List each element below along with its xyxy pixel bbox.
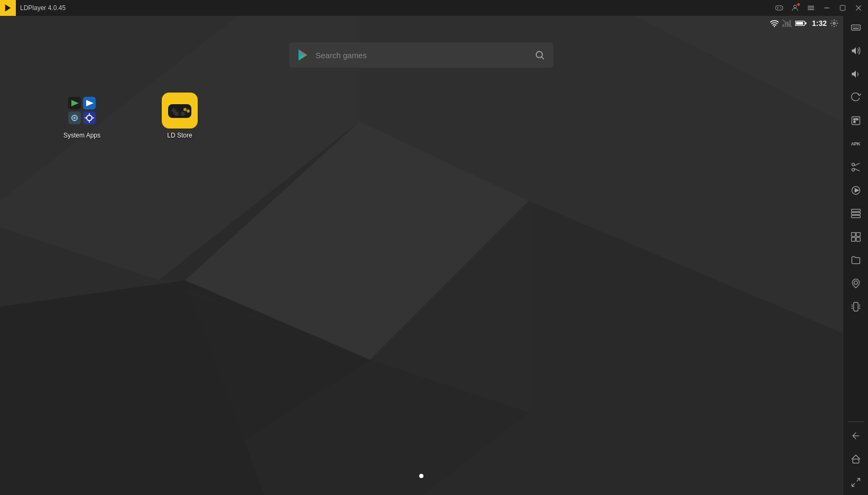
svg-marker-66 [852,47,856,54]
expand-icon[interactable] [845,472,866,493]
battery-icon [795,20,807,26]
titlebar-controls [772,1,866,15]
svg-point-59 [181,112,185,116]
svg-point-57 [187,109,190,113]
svg-rect-36 [796,22,804,24]
signal-icon [782,20,792,27]
svg-marker-67 [852,70,856,77]
svg-point-58 [174,112,179,116]
location-icon[interactable] [845,273,866,294]
svg-rect-82 [856,233,860,237]
svg-rect-80 [851,215,860,217]
svg-rect-60 [851,25,860,30]
close-button[interactable] [851,1,866,15]
svg-marker-77 [855,189,858,192]
recording-list-icon[interactable] [845,203,866,224]
screenshot-icon[interactable] [845,110,866,131]
minimize-button[interactable] [819,1,834,15]
svg-rect-55 [173,108,175,113]
scissors-icon[interactable] [845,157,866,178]
user-icon[interactable] [788,1,802,15]
notification-dot [797,3,800,6]
svg-rect-78 [851,209,860,212]
svg-point-56 [183,108,187,111]
maximize-button[interactable] [835,1,850,15]
svg-marker-0 [5,4,11,12]
svg-rect-83 [851,237,855,242]
svg-point-4 [780,7,781,8]
desktop: System Apps LD Store [0,16,843,495]
rotate-screen-icon[interactable] [845,87,866,108]
svg-line-94 [856,479,860,482]
system-apps-label: System Apps [63,132,100,139]
keyboard-icon[interactable] [845,17,866,38]
right-sidebar: APK [843,16,868,495]
home-dot-indicator [419,474,423,478]
record-play-icon[interactable] [845,180,866,201]
svg-rect-86 [853,302,857,311]
svg-rect-69 [853,118,855,120]
settings-icon[interactable] [830,19,838,28]
svg-point-85 [854,281,857,285]
svg-point-28 [774,26,775,27]
titlebar-title: LDPlayer 4.0.45 [20,4,772,12]
svg-point-6 [793,5,796,8]
svg-rect-79 [851,213,860,215]
svg-rect-1 [775,6,782,10]
emulator-screen: 1:32 [0,16,843,495]
svg-rect-84 [856,237,860,242]
sidebar-divider [848,421,864,422]
svg-point-72 [852,163,854,166]
svg-line-95 [852,483,855,487]
svg-point-46 [73,117,76,119]
gamepad-icon[interactable] [772,1,787,15]
svg-line-39 [542,57,544,59]
volume-down-icon[interactable] [845,63,866,85]
svg-line-74 [854,163,860,166]
menu-icon[interactable] [804,1,818,15]
svg-rect-29 [782,24,784,27]
svg-line-75 [854,169,860,171]
svg-rect-81 [851,233,855,237]
system-apps-app[interactable]: System Apps [61,93,103,139]
svg-rect-70 [856,118,857,120]
clock: 1:32 [812,19,827,28]
svg-rect-68 [852,117,860,125]
folder-icon[interactable] [845,250,866,271]
titlebar-logo [0,0,16,16]
ld-store-label: LD Store [167,132,192,139]
home-nav-icon[interactable] [845,448,866,470]
svg-point-73 [852,169,854,171]
shake-icon[interactable] [845,296,866,317]
svg-rect-30 [785,23,787,27]
svg-point-37 [833,22,835,24]
volume-up-icon[interactable] [845,40,866,61]
apk-icon[interactable]: APK [845,133,866,154]
svg-rect-35 [805,22,807,24]
svg-rect-11 [840,5,845,10]
svg-rect-71 [853,121,855,123]
multi-window-icon[interactable] [845,226,866,248]
search-input[interactable] [316,51,527,60]
svg-point-5 [781,8,781,8]
wifi-icon [770,20,779,27]
titlebar: LDPlayer 4.0.45 [0,0,868,16]
ld-store-app[interactable]: LD Store [159,93,201,139]
search-bar [289,42,553,68]
search-button[interactable] [532,48,547,62]
statusbar: 1:32 [770,16,843,31]
svg-rect-93 [853,459,859,463]
back-icon[interactable] [845,425,866,446]
play-store-icon [296,48,310,62]
